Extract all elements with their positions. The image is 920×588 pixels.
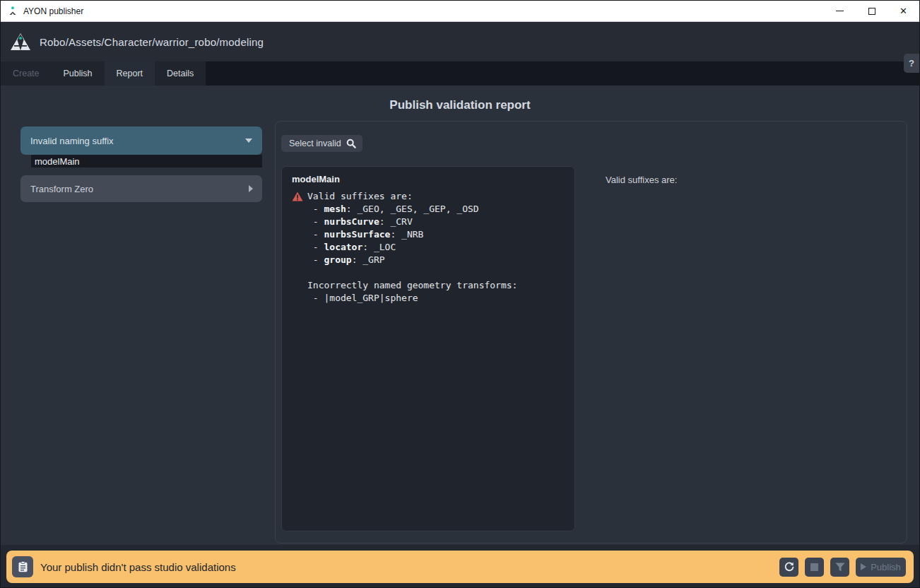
tab-report[interactable]: Report [105,61,155,86]
header: Robo/Assets/Character/warrior_robo/model… [1,22,919,61]
publish-button[interactable]: Publish [856,558,906,577]
window-title: AYON publisher [23,6,83,16]
app-icon [7,6,18,17]
report-line: - mesh: _GEO, _GES, _GEP, _OSD [307,203,565,216]
report-line [307,266,565,279]
select-invalid-button[interactable]: Select invalid [281,135,362,152]
help-button[interactable]: ? [904,54,919,73]
page-title: Publish validation report [1,98,919,112]
publish-button-label: Publish [871,562,901,572]
search-icon [346,139,356,148]
report-line: - nurbsCurve: _CRV [307,216,565,228]
footer: Your publish didn't pass studio validati… [1,545,919,588]
report-line: - group: _GRP [307,254,565,266]
detail-panel-text: Valid suffixes are: [606,175,677,185]
stop-icon [810,563,818,571]
validation-error-bar: Your publish didn't pass studio validati… [6,551,914,583]
select-invalid-label: Select invalid [289,139,341,148]
stop-button[interactable] [805,558,824,577]
report-line: - nurbsSurface: _NRB [307,228,565,241]
tab-publish[interactable]: Publish [52,61,105,86]
tab-create[interactable]: Create [1,61,52,86]
validator-label: Invalid naming suffix [30,136,114,146]
refresh-icon [784,561,795,572]
tabbar: Create Publish Report Details [1,61,919,86]
close-icon: ✕ [900,6,907,16]
report-line: Valid suffixes are: [307,190,565,203]
error-report-card: modelMain Valid suffixes are: - mesh: _G… [281,166,575,531]
error-report-text: Valid suffixes are: - mesh: _GEO, _GES, … [292,190,565,305]
validation-error-message: Your publish didn't pass studio validati… [40,561,236,573]
chevron-down-icon [245,139,252,143]
context-breadcrumb: Robo/Assets/Character/warrior_robo/model… [40,36,264,48]
maximize-button[interactable] [856,1,887,21]
maximize-icon [868,8,875,15]
report-line: Incorrectly named geometry transforms: [307,279,565,292]
publisher-window: AYON publisher ✕ Robo/Assets/Character/w… [0,0,920,588]
refresh-button[interactable] [779,558,798,577]
copy-report-button[interactable] [12,556,33,577]
report-page: Publish validation report Invalid naming… [1,86,919,545]
filter-funnel-icon [835,563,845,572]
close-button[interactable]: ✕ [887,1,919,21]
report-line: - locator: _LOC [307,241,565,254]
clipboard-icon [18,561,28,572]
titlebar: AYON publisher ✕ [1,1,919,22]
validators-panel: Invalid naming suffix modelMain Transfor… [20,127,262,202]
chevron-right-icon [249,185,253,192]
play-icon [861,563,866,570]
ayon-logo-icon [10,33,31,52]
tab-details[interactable]: Details [155,61,206,86]
report-line: - |model_GRP|sphere [307,292,565,305]
validator-invalid-naming-suffix[interactable]: Invalid naming suffix [20,127,262,155]
validator-transform-zero[interactable]: Transform Zero [20,175,262,202]
report-detail-container: Select invalid modelMain Valid suffixes … [275,121,907,543]
warning-icon [292,192,303,201]
minimize-button[interactable] [824,1,856,21]
error-card-instance-title: modelMain [292,174,565,184]
validator-instance-modelmain[interactable]: modelMain [31,155,262,167]
filter-button[interactable] [830,558,849,577]
validator-label: Transform Zero [30,184,93,194]
minimize-icon [836,11,844,11]
